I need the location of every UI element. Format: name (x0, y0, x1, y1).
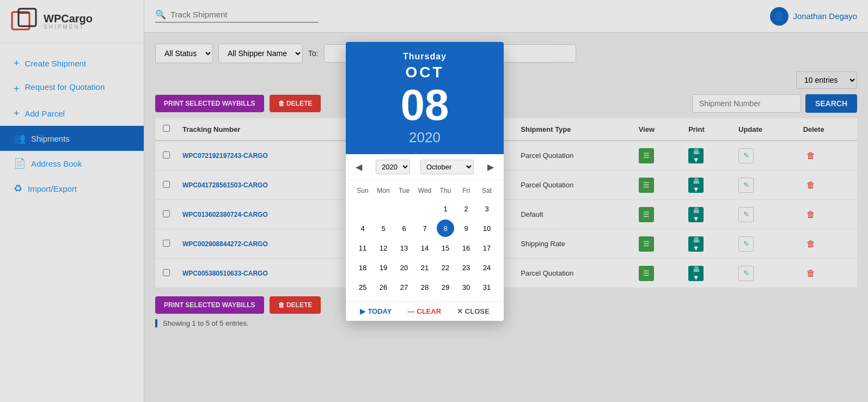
calendar-day[interactable]: 22 (437, 259, 454, 276)
cal-month-short: OCT (351, 64, 498, 81)
calendar-day[interactable]: 8 (437, 220, 454, 237)
calendar-day (416, 200, 433, 217)
cal-today-button[interactable]: ▶ TODAY (360, 307, 392, 315)
cal-prev-button[interactable]: ◀ (352, 161, 365, 173)
calendar-day (395, 200, 413, 217)
weekday-label: Sun (352, 185, 373, 197)
calendar-day[interactable]: 7 (416, 220, 433, 237)
calendar-day[interactable]: 6 (395, 220, 413, 237)
calendar-day[interactable]: 13 (395, 239, 413, 257)
weekday-label: Tue (394, 185, 414, 197)
calendar-day[interactable]: 27 (395, 278, 413, 296)
cal-day-name: Thursday (351, 52, 498, 62)
weekday-label: Fri (456, 185, 476, 197)
weekday-label: Sat (476, 185, 497, 197)
calendar-day (375, 200, 392, 217)
calendar-day[interactable]: 19 (375, 259, 392, 276)
cal-year-select[interactable]: 20182019202020212022 (376, 160, 410, 174)
close-x-icon: ✕ (457, 307, 463, 315)
cal-year: 2020 (351, 129, 498, 146)
calendar-day[interactable]: 14 (416, 239, 433, 257)
calendar-day[interactable]: 3 (478, 200, 496, 217)
calendar-day[interactable]: 11 (354, 239, 371, 257)
calendar-grid: SunMonTueWedThuFriSat 123456789101112131… (346, 180, 504, 301)
calendar-day[interactable]: 16 (457, 239, 475, 257)
calendar-footer: ▶ TODAY — CLEAR ✕ CLOSE (346, 301, 504, 321)
calendar-day[interactable]: 25 (354, 278, 371, 296)
cal-month-select[interactable]: JanuaryFebruaryMarchAprilMayJuneJulyAugu… (420, 160, 474, 174)
calendar-day[interactable]: 10 (478, 220, 496, 237)
cal-weekdays: SunMonTueWedThuFriSat (352, 185, 497, 197)
calendar-day[interactable]: 18 (354, 259, 371, 276)
cal-next-button[interactable]: ▶ (484, 161, 497, 173)
calendar-header: Thursday OCT 08 2020 (346, 42, 504, 154)
cal-days[interactable]: 1234567891011121314151617181920212223242… (352, 199, 497, 297)
calendar-day[interactable]: 26 (375, 278, 392, 296)
calendar-day[interactable]: 21 (416, 259, 433, 276)
cal-clear-button[interactable]: — CLEAR (407, 307, 441, 315)
calendar-day[interactable]: 24 (478, 259, 496, 276)
calendar-day[interactable]: 12 (375, 239, 392, 257)
calendar-day[interactable]: 5 (375, 220, 392, 237)
weekday-label: Thu (435, 185, 456, 197)
calendar-day[interactable]: 4 (354, 220, 371, 237)
calendar-day[interactable]: 17 (478, 239, 496, 257)
calendar-overlay: Thursday OCT 08 2020 ◀ 20182019202020212… (0, 0, 868, 402)
calendar-popup: Thursday OCT 08 2020 ◀ 20182019202020212… (346, 42, 504, 321)
clear-dash-icon: — (407, 307, 414, 315)
cal-close-button[interactable]: ✕ CLOSE (457, 307, 490, 315)
calendar-day[interactable]: 2 (457, 200, 475, 217)
calendar-day[interactable]: 30 (457, 278, 475, 296)
weekday-label: Wed (414, 185, 435, 197)
calendar-day[interactable]: 9 (457, 220, 475, 237)
calendar-day[interactable]: 1 (437, 200, 454, 217)
cal-date: 08 (351, 83, 498, 127)
calendar-day[interactable]: 23 (457, 259, 475, 276)
today-triangle-icon: ▶ (360, 307, 365, 315)
calendar-day[interactable]: 31 (478, 278, 496, 296)
calendar-day (354, 200, 371, 217)
calendar-day[interactable]: 29 (437, 278, 454, 296)
calendar-day[interactable]: 20 (395, 259, 413, 276)
weekday-label: Mon (373, 185, 394, 197)
calendar-nav: ◀ 20182019202020212022 JanuaryFebruaryMa… (346, 154, 504, 180)
calendar-day[interactable]: 28 (416, 278, 433, 296)
calendar-day[interactable]: 15 (437, 239, 454, 257)
